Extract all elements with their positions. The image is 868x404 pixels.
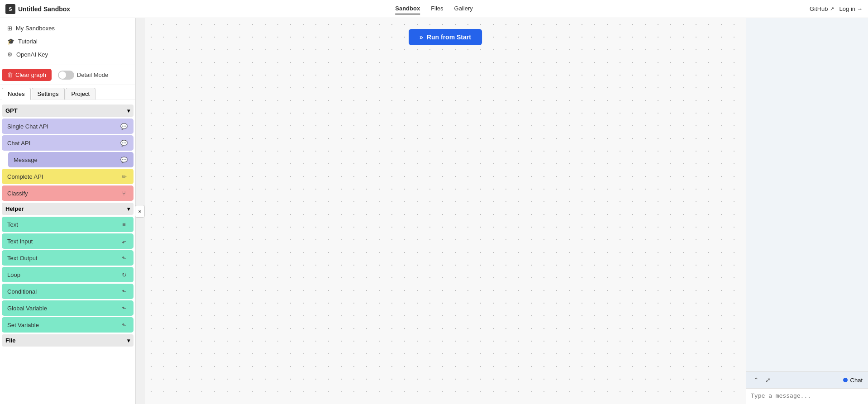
chat-header: ⌃ ⤢ Chat [746,372,868,389]
sidebar-sandboxes-label: My Sandboxes [16,25,55,32]
chevron-down-icon-helper: ▾ [127,206,130,212]
input-icon: ⬐ [120,237,128,245]
external-link-icon: ↗ [830,6,834,12]
toggle-knob [59,71,66,79]
section-helper-label: Helper [5,205,24,212]
detail-mode-label: Detail Mode [77,71,108,78]
node-text-label: Text [7,221,120,228]
node-conditional[interactable]: Conditional ⬑ [2,284,134,299]
sandboxes-icon: ⊞ [7,25,12,32]
section-header-gpt[interactable]: GPT ▾ [2,105,134,117]
main-layout: ⊞ My Sandboxes 🎓 Tutorial ⚙ OpenAI Key 🗑… [0,18,868,404]
node-set-variable-label: Set Variable [7,322,120,328]
chat-status-dot [843,378,848,382]
node-text-input-label: Text Input [7,238,120,245]
node-conditional-label: Conditional [7,288,120,295]
nav-files[interactable]: Files [431,3,443,14]
edit-icon: ✏ [120,172,128,181]
navbar-right: GitHub ↗ Log in → [810,5,863,12]
sidebar-openai-label: OpenAI Key [16,51,48,58]
github-label: GitHub [810,5,828,12]
node-global-variable[interactable]: Global Variable ⬑ [2,300,134,316]
github-button[interactable]: GitHub ↗ [810,5,834,12]
app-logo: S Untitled Sandbox [5,4,70,14]
chat-collapse-button[interactable]: ⌃ [752,375,761,385]
section-file-label: File [5,337,15,344]
chat-bubble-icon: 💬 [120,122,128,130]
logo-icon: S [5,4,15,14]
chat-expand-button[interactable]: ⤢ [763,375,773,385]
login-button[interactable]: Log in → [839,5,863,12]
node-global-variable-label: Global Variable [7,305,120,312]
arrow-right-icon: → [857,5,863,12]
canvas-area[interactable]: » Run from Start [145,18,746,404]
node-loop[interactable]: Loop ↻ [2,267,134,282]
section-gpt-label: GPT [5,107,18,114]
chat-input-area [746,389,868,404]
conditional-icon: ⬑ [120,287,128,295]
message-icon: 💬 [120,156,128,164]
detail-mode-toggle-row: Detail Mode [58,71,108,80]
chevron-down-icon-file: ▾ [127,337,130,344]
share-icon: ⑂ [120,189,128,197]
chevron-down-icon: ▾ [127,108,130,114]
key-icon: ⚙ [7,51,13,58]
sidebar-item-tutorial[interactable]: 🎓 Tutorial [5,35,130,48]
node-classify-label: Classify [7,190,120,197]
detail-mode-toggle[interactable] [58,71,74,80]
sidebar-item-openai-key[interactable]: ⚙ OpenAI Key [5,48,130,61]
chat-icon: 💬 [120,139,128,147]
setvariable-icon: ⬑ [120,321,128,329]
node-chat-api[interactable]: Chat API 💬 [2,135,134,151]
chat-header-left: ⌃ ⤢ [752,375,773,385]
right-panel-top [746,18,868,371]
navbar-center: Sandbox Files Gallery [395,3,473,14]
loop-icon: ↻ [120,271,128,279]
node-text-output-label: Text Output [7,255,120,261]
run-from-start-button[interactable]: » Run from Start [409,29,482,45]
nav-sandbox[interactable]: Sandbox [395,3,420,14]
chat-title-label: Chat [850,377,863,384]
collapse-sidebar-button[interactable]: » [135,205,145,218]
node-message-label: Message [14,157,120,163]
sidebar-item-my-sandboxes[interactable]: ⊞ My Sandboxes [5,22,130,35]
sidebar-top-menu: ⊞ My Sandboxes 🎓 Tutorial ⚙ OpenAI Key [0,18,135,65]
section-header-helper[interactable]: Helper ▾ [2,203,134,215]
tab-settings[interactable]: Settings [32,88,65,100]
node-text-output[interactable]: Text Output ⬑ [2,250,134,266]
node-list: GPT ▾ Single Chat API 💬 Chat API 💬 Messa… [0,100,135,404]
run-btn-label: Run from Start [427,33,471,41]
run-btn-icon: » [420,33,423,41]
node-set-variable[interactable]: Set Variable ⬑ [2,317,134,333]
tab-project[interactable]: Project [66,88,95,100]
tab-nodes[interactable]: Nodes [2,88,31,100]
output-icon: ⬑ [120,254,128,262]
node-single-chat-api[interactable]: Single Chat API 💬 [2,119,134,134]
node-complete-api[interactable]: Complete API ✏ [2,169,134,184]
tutorial-icon: 🎓 [7,38,14,45]
nav-gallery[interactable]: Gallery [454,3,473,14]
node-loop-label: Loop [7,271,120,278]
sidebar: ⊞ My Sandboxes 🎓 Tutorial ⚙ OpenAI Key 🗑… [0,18,136,404]
node-complete-api-label: Complete API [7,173,120,180]
login-label: Log in [839,5,855,12]
node-classify[interactable]: Classify ⑂ [2,185,134,201]
node-text[interactable]: Text ≡ [2,217,134,232]
chat-input[interactable] [751,392,863,399]
canvas-dots-background [145,18,746,404]
section-header-file[interactable]: File ▾ [2,334,134,347]
node-text-input[interactable]: Text Input ⬐ [2,233,134,249]
clear-graph-label: Clear graph [15,71,46,78]
right-panel: ⌃ ⤢ Chat [746,18,868,404]
chat-panel: ⌃ ⤢ Chat [746,371,868,404]
node-single-chat-api-label: Single Chat API [7,123,120,130]
chat-title: Chat [843,377,863,384]
clear-graph-button[interactable]: 🗑 Clear graph [2,69,52,81]
navbar: S Untitled Sandbox Sandbox Files Gallery… [0,0,868,18]
list-icon: ≡ [120,220,128,228]
node-chat-api-label: Chat API [7,140,120,147]
node-message[interactable]: Message 💬 [8,152,134,167]
variable-icon: ⬑ [120,304,128,312]
sidebar-actions: 🗑 Clear graph Detail Mode [0,65,135,85]
sidebar-tutorial-label: Tutorial [18,38,38,45]
